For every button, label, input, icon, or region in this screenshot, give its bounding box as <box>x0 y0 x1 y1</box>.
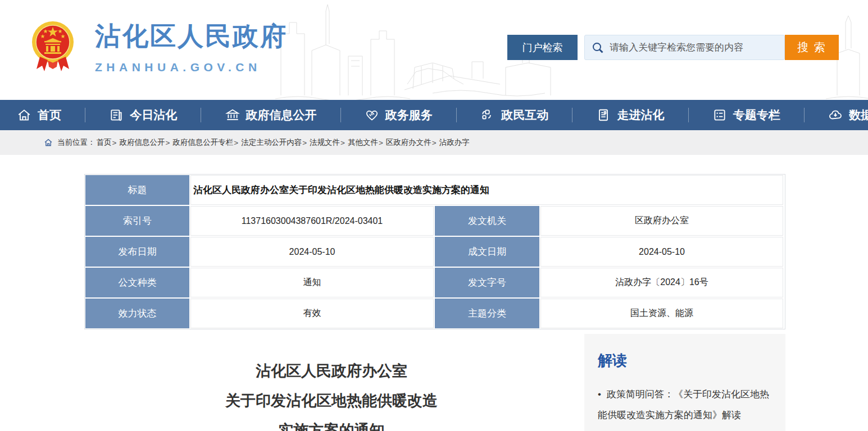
meta-value-index-no: 11371603004387601R/2024-03401 <box>190 206 434 236</box>
nav-divider <box>804 108 805 122</box>
search-input[interactable] <box>610 42 778 53</box>
search-box <box>584 35 785 60</box>
chat-icon <box>480 108 495 122</box>
search-icon <box>592 42 604 54</box>
breadcrumb-separator: > <box>432 139 437 147</box>
portal-search-button[interactable]: 门户检索 <box>507 35 578 60</box>
interpretation-link[interactable]: •政策简明问答：《关于印发沾化区地热能供暖改造实施方案的通知》解读 <box>598 384 772 425</box>
meta-label-written-date: 成文日期 <box>435 237 539 267</box>
nav-item-interaction[interactable]: 政民互动 <box>480 107 548 123</box>
nav-label: 走进沾化 <box>617 107 664 123</box>
meta-label-validity: 效力状态 <box>85 299 189 328</box>
breadcrumb-separator: > <box>379 139 383 147</box>
meta-value-subject-category: 国土资源、能源 <box>540 299 783 328</box>
bottom-area: 沾化区人民政府办公室 关于印发沾化区地热能供暖改造 实施方案的通知 解读 •政策… <box>84 334 785 431</box>
site-header: 沾化区人民政府 ZHANHUA.GOV.CN 门户检索 搜 索 <box>0 0 868 100</box>
meta-label-publish-date: 发布日期 <box>85 237 189 267</box>
home-icon <box>17 108 31 122</box>
crumb-regulatory-files[interactable]: 法规文件 <box>310 137 340 148</box>
meta-label-doc-number: 发文字号 <box>435 268 539 297</box>
meta-value-publish-date: 2024-05-10 <box>190 237 434 267</box>
crumb-current[interactable]: 沾政办字 <box>439 137 470 148</box>
nav-divider <box>201 108 201 122</box>
article-title-line-3: 实施方案的通知 <box>84 416 579 431</box>
interpretation-panel: 解读 •政策简明问答：《关于印发沾化区地热能供暖改造实施方案的通知》解读 <box>584 334 785 431</box>
article-title-line-1: 沾化区人民政府办公室 <box>84 356 579 386</box>
breadcrumb-separator: > <box>112 139 117 147</box>
search-button[interactable]: 搜 索 <box>785 35 839 60</box>
bullet-icon: • <box>598 389 601 400</box>
meta-label-title: 标题 <box>85 175 189 205</box>
article-title-line-2: 关于印发沾化区地热能供暖改造 <box>84 386 579 416</box>
cloud-download-icon <box>828 108 843 122</box>
main-nav: 首页 今日沾化 政府信息公开 <box>0 100 868 130</box>
home-small-icon <box>44 138 53 147</box>
document-meta-table: 标题 沾化区人民政府办公室关于印发沾化区地热能供暖改造实施方案的通知 索引号 1… <box>84 174 785 329</box>
nav-item-about[interactable]: 走进沾化 <box>596 107 664 123</box>
crumb-home[interactable]: 首页 <box>97 137 112 148</box>
nav-divider <box>456 108 457 122</box>
nav-label: 首页 <box>38 107 61 123</box>
site-titles: 沾化区人民政府 ZHANHUA.GOV.CN <box>95 19 288 74</box>
crumb-statutory-disclosure[interactable]: 法定主动公开内容 <box>241 137 302 148</box>
site-name: 沾化区人民政府 <box>95 19 288 54</box>
meta-value-written-date: 2024-05-10 <box>540 237 783 267</box>
meta-label-issuing-agency: 发文机关 <box>435 206 539 236</box>
list-icon <box>712 108 727 122</box>
nav-divider <box>85 108 85 122</box>
meta-value-issuing-agency: 区政府办公室 <box>540 206 783 236</box>
meta-value-doc-number: 沾政办字〔2024〕16号 <box>540 268 783 297</box>
document-icon <box>596 108 611 122</box>
nav-label: 专题专栏 <box>733 107 780 123</box>
nav-label: 政务服务 <box>385 107 433 123</box>
nav-item-today[interactable]: 今日沾化 <box>109 107 177 123</box>
interpretation-link-text: 政策简明问答：《关于印发沾化区地热能供暖改造实施方案的通知》解读 <box>598 389 769 420</box>
meta-value-title: 沾化区人民政府办公室关于印发沾化区地热能供暖改造实施方案的通知 <box>190 175 783 205</box>
nav-divider <box>688 108 689 122</box>
meta-label-doc-type: 公文种类 <box>85 268 189 297</box>
nav-item-special-topics[interactable]: 专题专栏 <box>712 107 780 123</box>
nav-item-gov-info[interactable]: 政府信息公开 <box>225 107 317 123</box>
crumb-other-files[interactable]: 其他文件 <box>348 137 378 148</box>
interpretation-heading: 解读 <box>598 351 772 370</box>
main-content: 标题 沾化区人民政府办公室关于印发沾化区地热能供暖改造实施方案的通知 索引号 1… <box>84 174 785 431</box>
breadcrumb-separator: > <box>234 139 238 147</box>
nav-divider <box>340 108 341 122</box>
bank-icon <box>225 108 240 122</box>
nav-inner: 首页 今日沾化 政府信息公开 <box>0 100 868 130</box>
crumb-gov-info[interactable]: 政府信息公开 <box>119 137 165 148</box>
nav-item-open-data[interactable]: 数据开放 <box>828 107 868 123</box>
site-domain: ZHANHUA.GOV.CN <box>95 61 288 74</box>
crumb-gov-info-column[interactable]: 政府信息公开专栏 <box>172 137 233 148</box>
article-column: 沾化区人民政府办公室 关于印发沾化区地热能供暖改造 实施方案的通知 <box>84 334 579 431</box>
nav-label: 数据开放 <box>849 107 868 123</box>
site-logo[interactable]: 沾化区人民政府 ZHANHUA.GOV.CN <box>31 19 288 74</box>
news-icon <box>109 108 124 122</box>
breadcrumb-separator: > <box>302 139 307 147</box>
nav-divider <box>572 108 572 122</box>
meta-value-validity: 有效 <box>190 299 434 328</box>
nav-label: 政府信息公开 <box>246 107 317 123</box>
breadcrumb-separator: > <box>165 139 170 147</box>
breadcrumb: 当前位置： 首页 > 政府信息公开 > 政府信息公开专栏 > 法定主动公开内容 … <box>0 130 868 155</box>
handshake-icon <box>365 108 379 122</box>
page: 沾化区人民政府 ZHANHUA.GOV.CN 门户检索 搜 索 首页 <box>0 0 868 431</box>
national-emblem-icon <box>31 20 75 74</box>
nav-item-services[interactable]: 政务服务 <box>365 107 433 123</box>
crumb-district-office-files[interactable]: 区政府办文件 <box>386 137 431 148</box>
breadcrumb-separator: > <box>340 139 345 147</box>
nav-label: 今日沾化 <box>130 107 177 123</box>
meta-label-subject-category: 主题分类 <box>435 299 539 328</box>
meta-value-doc-type: 通知 <box>190 268 434 297</box>
meta-label-index-no: 索引号 <box>85 206 189 236</box>
breadcrumb-prefix: 当前位置： <box>57 137 96 148</box>
nav-item-home[interactable]: 首页 <box>17 107 61 123</box>
nav-label: 政民互动 <box>501 107 548 123</box>
